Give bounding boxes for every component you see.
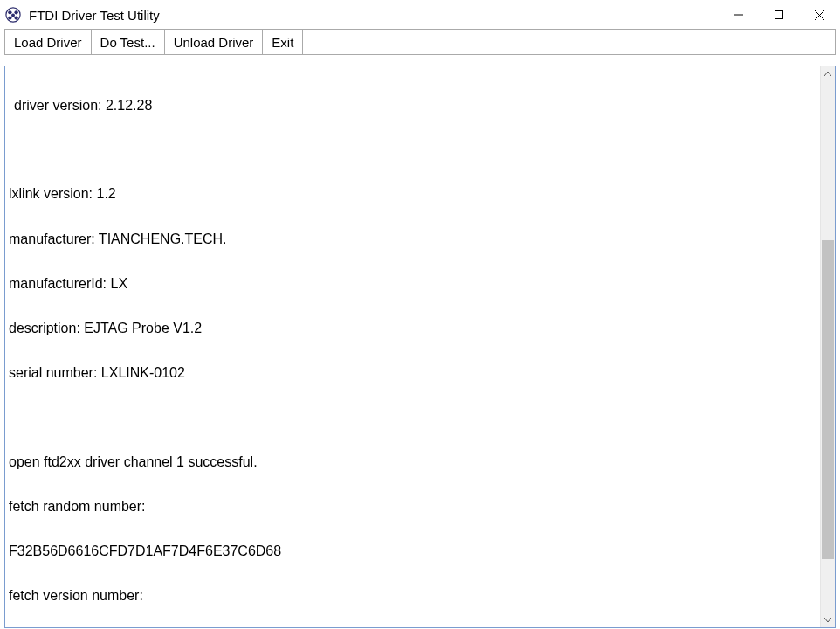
scroll-up-arrow-icon[interactable] bbox=[821, 66, 835, 81]
log-line: F32B56D6616CFD7D1AF7D4F6E37C6D68 bbox=[9, 540, 816, 563]
log-line: lxlink version: 1.2 bbox=[9, 183, 816, 205]
app-icon bbox=[4, 6, 22, 24]
log-line: fetch version number: bbox=[9, 584, 816, 607]
svg-point-5 bbox=[11, 13, 15, 17]
window-title: FTDI Driver Test Utility bbox=[29, 8, 160, 23]
svg-rect-7 bbox=[775, 11, 783, 19]
load-driver-button[interactable]: Load Driver bbox=[5, 30, 92, 54]
log-line: manufacturer: TIANCHENG.TECH. bbox=[9, 228, 816, 251]
window-controls bbox=[719, 1, 839, 29]
svg-point-2 bbox=[14, 10, 17, 14]
svg-point-4 bbox=[14, 16, 17, 19]
exit-button[interactable]: Exit bbox=[263, 30, 303, 54]
output-panel: driver version: 2.12.28 lxlink version: … bbox=[4, 66, 836, 628]
log-line: description: EJTAG Probe V1.2 bbox=[9, 317, 816, 340]
scroll-track[interactable] bbox=[821, 81, 835, 612]
svg-point-1 bbox=[8, 10, 11, 14]
scrollbar[interactable] bbox=[820, 66, 835, 627]
maximize-button[interactable] bbox=[759, 1, 799, 29]
do-test-button[interactable]: Do Test... bbox=[92, 30, 165, 54]
log-line: serial number: LXLINK-0102 bbox=[9, 362, 816, 384]
close-button[interactable] bbox=[799, 1, 839, 29]
unload-driver-button[interactable]: Unload Driver bbox=[165, 30, 264, 54]
log-line: fetch random number: bbox=[9, 495, 816, 518]
log-line: manufacturerId: LX bbox=[9, 273, 816, 295]
scroll-down-arrow-icon[interactable] bbox=[821, 612, 835, 627]
scroll-thumb[interactable] bbox=[822, 240, 834, 559]
log-line: driver version: 2.12.28 bbox=[9, 94, 816, 117]
svg-point-3 bbox=[8, 16, 11, 19]
minimize-button[interactable] bbox=[719, 1, 759, 29]
log-line: open ftd2xx driver channel 1 successful. bbox=[9, 451, 816, 473]
toolbar: Load Driver Do Test... Unload Driver Exi… bbox=[4, 29, 836, 55]
window-root: FTDI Driver Test Utility Load Driver Do … bbox=[0, 0, 840, 629]
output-text: driver version: 2.12.28 lxlink version: … bbox=[5, 66, 820, 627]
titlebar: FTDI Driver Test Utility bbox=[1, 1, 839, 29]
